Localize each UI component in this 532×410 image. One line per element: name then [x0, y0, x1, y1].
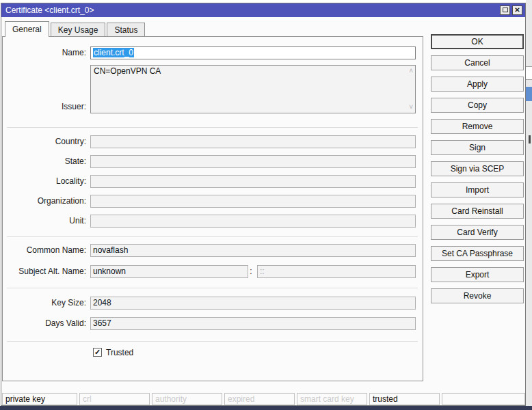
subject-alt-name-type-input[interactable]: unknown [90, 265, 248, 278]
background-bottom-strip [0, 406, 532, 410]
selected-text: client.crt_0 [93, 48, 134, 57]
issuer-label: Issuer: [3, 100, 86, 113]
state-label: State: [3, 155, 86, 168]
separator [7, 236, 418, 237]
export-button[interactable]: Export [431, 267, 524, 282]
window-title: Certificate <client.crt_0> [5, 5, 94, 15]
revoke-button[interactable]: Revoke [431, 288, 524, 303]
background-selected-row [526, 87, 532, 101]
background-cell [526, 66, 532, 80]
unit-label: Unit: [3, 215, 86, 228]
state-input[interactable] [90, 155, 416, 168]
name-input[interactable]: client.crt_0 [90, 46, 416, 59]
import-button[interactable]: Import [431, 182, 524, 197]
card-verify-button[interactable]: Card Verify [431, 225, 524, 240]
tab-general[interactable]: General [5, 21, 49, 37]
scroll-up-icon[interactable]: ˄ [409, 68, 413, 74]
sign-via-scep-button[interactable]: Sign via SCEP [431, 161, 524, 176]
flag-private-key: private key [2, 393, 77, 405]
separator [7, 341, 418, 342]
set-ca-passphrase-button[interactable]: Set CA Passphrase [431, 246, 524, 261]
certificate-dialog: Certificate <client.crt_0> ✕ General Key… [1, 3, 526, 406]
country-label: Country: [3, 135, 86, 148]
general-tab-page: Name: client.crt_0 Issuer: CN=OpenVPN CA… [2, 36, 423, 381]
country-input[interactable] [90, 135, 416, 148]
ok-button[interactable]: OK [431, 34, 524, 49]
issuer-value: CN=OpenVPN CA [94, 66, 161, 76]
close-icon: ✕ [514, 6, 520, 14]
separator [7, 127, 418, 128]
common-name-label: Common Name: [3, 244, 86, 257]
check-icon: ✓ [94, 348, 101, 356]
status-flag-bar: private key crl authority expired smart … [2, 393, 525, 405]
organization-label: Organization: [3, 195, 86, 208]
maximize-icon [503, 8, 508, 12]
separator [7, 288, 418, 288]
common-name-input[interactable]: novaflash [90, 244, 416, 257]
unit-input[interactable] [90, 215, 416, 228]
days-valid-input[interactable]: 3657 [90, 317, 416, 330]
cancel-button[interactable]: Cancel [431, 55, 524, 70]
subject-alt-name-label: Subject Alt. Name: [3, 265, 86, 278]
close-button[interactable]: ✕ [512, 5, 522, 15]
background-text-fragment [529, 135, 531, 144]
background-window-sliver [526, 0, 532, 410]
tab-status[interactable]: Status [107, 23, 145, 36]
action-button-column: OK Cancel Apply Copy Remove Sign Sign vi… [431, 34, 524, 310]
flag-expired: expired [224, 393, 295, 405]
maximize-button[interactable] [500, 5, 510, 15]
subject-alt-name-value-input[interactable]: :: [257, 265, 416, 278]
tab-key-usage[interactable]: Key Usage [51, 23, 106, 36]
card-reinstall-button[interactable]: Card Reinstall [431, 204, 524, 219]
flag-trusted: trusted [369, 393, 440, 405]
flag-crl: crl [79, 393, 150, 405]
tab-bar: General Key Usage Status [5, 21, 146, 36]
locality-label: Locality: [3, 175, 86, 188]
issuer-textarea[interactable]: CN=OpenVPN CA ˄ ˅ [90, 65, 416, 113]
locality-input[interactable] [90, 175, 416, 188]
key-size-label: Key Size: [3, 297, 86, 310]
days-valid-label: Days Valid: [3, 317, 86, 330]
titlebar[interactable]: Certificate <client.crt_0> ✕ [1, 3, 525, 17]
key-size-input[interactable]: 2048 [90, 297, 416, 310]
flag-authority: authority [152, 393, 222, 405]
remove-button[interactable]: Remove [431, 119, 524, 134]
organization-input[interactable] [90, 195, 416, 208]
flag-empty [442, 393, 525, 405]
apply-button[interactable]: Apply [431, 77, 524, 92]
trusted-label: Trusted [106, 348, 133, 357]
trusted-checkbox[interactable]: ✓ [93, 348, 102, 357]
scroll-down-icon[interactable]: ˅ [409, 104, 413, 111]
trusted-checkbox-row: ✓ Trusted [93, 347, 133, 357]
sign-button[interactable]: Sign [431, 140, 524, 155]
flag-smart-card-key: smart card key [297, 393, 367, 405]
name-label: Name: [3, 46, 86, 59]
copy-button[interactable]: Copy [431, 98, 524, 113]
subject-alt-name-colon: : [248, 265, 254, 278]
